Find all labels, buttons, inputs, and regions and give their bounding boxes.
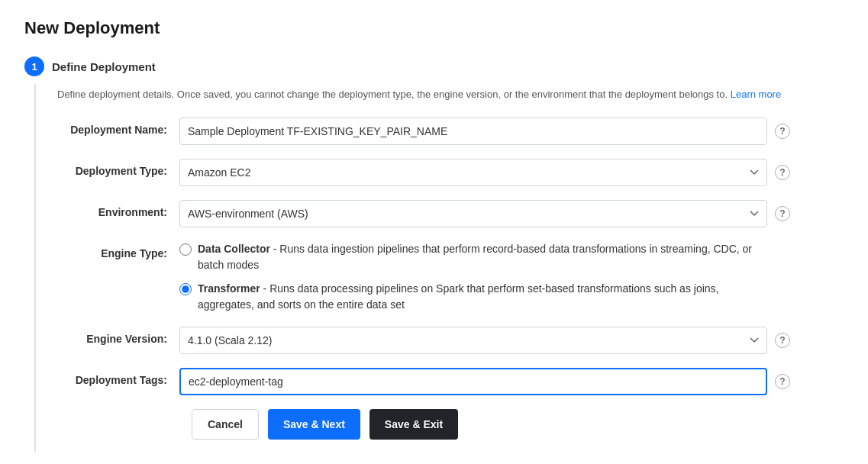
engine-type-label: Engine Type: xyxy=(57,241,179,259)
engine-option-data-collector: Data Collector - Runs data ingestion pip… xyxy=(179,241,767,273)
step-header: 1 Define Deployment xyxy=(24,56,844,76)
transformer-radio[interactable] xyxy=(179,283,192,295)
deployment-name-help-icon[interactable]: ? xyxy=(775,124,790,139)
deployment-name-row: Deployment Name: ? xyxy=(57,118,844,145)
save-next-button[interactable]: Save & Next xyxy=(268,409,360,440)
deployment-tags-help-icon[interactable]: ? xyxy=(775,374,790,389)
data-collector-label[interactable]: Data Collector - Runs data ingestion pip… xyxy=(198,241,767,273)
deployment-name-input[interactable] xyxy=(179,118,767,145)
step-body: Define deployment details. Once saved, y… xyxy=(34,84,844,452)
engine-type-row: Engine Type: Data Collector - Runs data … xyxy=(57,241,844,313)
save-exit-button[interactable]: Save & Exit xyxy=(369,409,458,440)
step-title: Define Deployment xyxy=(52,60,156,73)
transformer-label[interactable]: Transformer - Runs data processing pipel… xyxy=(198,281,767,313)
deployment-type-select[interactable]: Amazon EC2 Kubernetes Docker xyxy=(179,159,767,186)
step-badge: 1 xyxy=(24,56,44,76)
environment-row: Environment: AWS-environment (AWS) Azure… xyxy=(57,200,844,227)
deployment-name-wrap: ? xyxy=(179,118,844,145)
engine-version-select[interactable]: 4.1.0 (Scala 2.12) 4.0.0 (Scala 2.12) 3.… xyxy=(179,327,767,354)
deployment-type-wrap: Amazon EC2 Kubernetes Docker ? xyxy=(179,159,844,186)
deployment-type-help-icon[interactable]: ? xyxy=(775,165,790,180)
deployment-type-row: Deployment Type: Amazon EC2 Kubernetes D… xyxy=(57,159,844,186)
deployment-tags-wrap: ? xyxy=(179,368,844,395)
environment-label: Environment: xyxy=(57,200,179,218)
deployment-tags-input[interactable] xyxy=(179,368,767,395)
engine-option-transformer: Transformer - Runs data processing pipel… xyxy=(179,281,767,313)
deployment-tags-label: Deployment Tags: xyxy=(57,368,179,386)
data-collector-desc: - Runs data ingestion pipelines that per… xyxy=(198,243,752,271)
deployment-name-label: Deployment Name: xyxy=(57,118,179,136)
engine-version-help-icon[interactable]: ? xyxy=(775,333,790,348)
environment-wrap: AWS-environment (AWS) Azure-environment … xyxy=(179,200,844,227)
button-row: Cancel Save & Next Save & Exit xyxy=(57,409,844,440)
environment-select[interactable]: AWS-environment (AWS) Azure-environment … xyxy=(179,200,767,227)
engine-version-row: Engine Version: 4.1.0 (Scala 2.12) 4.0.0… xyxy=(57,327,844,354)
step-description: Define deployment details. Once saved, y… xyxy=(57,87,844,102)
transformer-name: Transformer xyxy=(198,282,260,295)
engine-version-wrap: 4.1.0 (Scala 2.12) 4.0.0 (Scala 2.12) 3.… xyxy=(179,327,844,354)
transformer-desc: - Runs data processing pipelines on Spar… xyxy=(198,282,718,311)
deployment-tags-row: Deployment Tags: ? xyxy=(57,368,844,395)
engine-type-wrap: Data Collector - Runs data ingestion pip… xyxy=(179,241,844,313)
data-collector-radio[interactable] xyxy=(179,243,192,256)
environment-help-icon[interactable]: ? xyxy=(775,206,790,221)
page-title: New Deployment xyxy=(24,18,844,38)
data-collector-name: Data Collector xyxy=(198,243,270,255)
engine-options: Data Collector - Runs data ingestion pip… xyxy=(179,241,767,313)
cancel-button[interactable]: Cancel xyxy=(192,409,259,440)
engine-version-label: Engine Version: xyxy=(57,327,179,345)
learn-more-link[interactable]: Learn more xyxy=(731,89,781,100)
deployment-type-label: Deployment Type: xyxy=(57,159,179,177)
